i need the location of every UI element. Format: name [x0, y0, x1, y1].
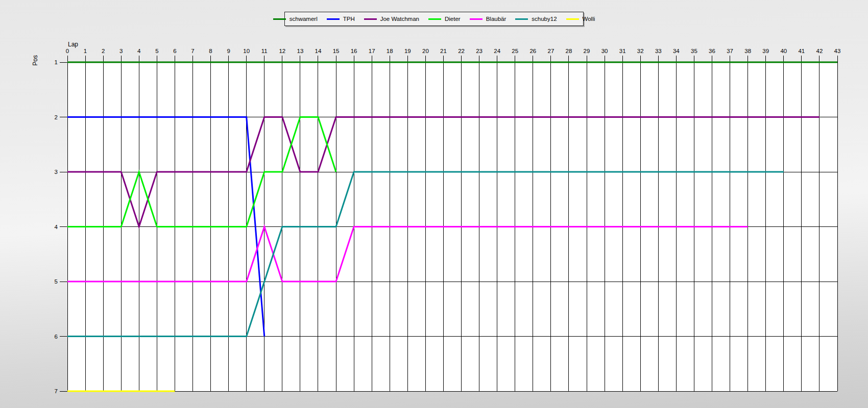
x-tick-label: 39 — [762, 48, 769, 54]
x-tick-label: 10 — [243, 48, 250, 54]
x-tick-label: 34 — [673, 48, 680, 54]
x-tick-label: 26 — [529, 48, 536, 54]
x-tick-label: 18 — [387, 48, 393, 54]
x-tick-label: 24 — [494, 48, 500, 54]
x-tick-label: 19 — [404, 48, 411, 54]
x-tick-label: 17 — [369, 48, 375, 54]
x-tick-label: 29 — [584, 48, 590, 54]
x-tick-label: 13 — [297, 48, 304, 54]
x-tick-label: 9 — [227, 48, 230, 54]
x-tick-label: 22 — [458, 48, 465, 54]
x-tick-label: 14 — [315, 48, 322, 54]
y-tick-label: 5 — [55, 278, 58, 285]
x-tick-label: 23 — [476, 48, 483, 54]
x-tick-label: 32 — [637, 48, 644, 54]
x-tick-label: 27 — [547, 48, 554, 54]
plot-area: 0123456789101112131415161718192021222324… — [0, 0, 868, 408]
y-tick-label: 7 — [55, 388, 58, 394]
x-tick-label: 0 — [66, 48, 69, 54]
y-tick-label: 6 — [55, 334, 58, 340]
y-tick-label: 2 — [55, 114, 58, 120]
x-tick-label: 5 — [155, 48, 158, 54]
x-tick-label: 1 — [84, 48, 87, 54]
x-tick-label: 38 — [744, 48, 751, 54]
x-tick-label: 7 — [191, 48, 194, 54]
x-tick-label: 8 — [209, 48, 212, 54]
x-tick-label: 25 — [512, 48, 518, 54]
x-tick-label: 31 — [619, 48, 626, 54]
x-tick-label: 28 — [566, 48, 572, 54]
x-tick-label: 16 — [351, 48, 357, 54]
lap-position-chart: schwamerlTPHJoe WatchmanDieterBlaubärsch… — [0, 0, 868, 408]
x-tick-label: 37 — [727, 48, 733, 54]
y-tick-label: 1 — [55, 59, 58, 65]
y-tick-label: 4 — [55, 224, 58, 230]
x-tick-label: 4 — [137, 48, 141, 54]
x-tick-label: 30 — [601, 48, 608, 54]
x-tick-label: 21 — [440, 48, 447, 54]
x-tick-label: 36 — [709, 48, 715, 54]
x-tick-label: 6 — [173, 48, 176, 54]
x-tick-label: 41 — [798, 48, 805, 54]
x-tick-label: 35 — [691, 48, 697, 54]
x-tick-label: 12 — [279, 48, 285, 54]
x-tick-label: 3 — [119, 48, 123, 54]
x-tick-label: 40 — [780, 48, 787, 54]
x-tick-label: 15 — [333, 48, 340, 54]
y-tick-label: 3 — [55, 169, 58, 175]
x-tick-label: 43 — [834, 48, 841, 54]
x-tick-label: 33 — [655, 48, 662, 54]
x-tick-label: 42 — [816, 48, 823, 54]
x-tick-label: 20 — [422, 48, 429, 54]
x-tick-label: 2 — [102, 48, 105, 54]
x-tick-label: 11 — [261, 48, 268, 54]
